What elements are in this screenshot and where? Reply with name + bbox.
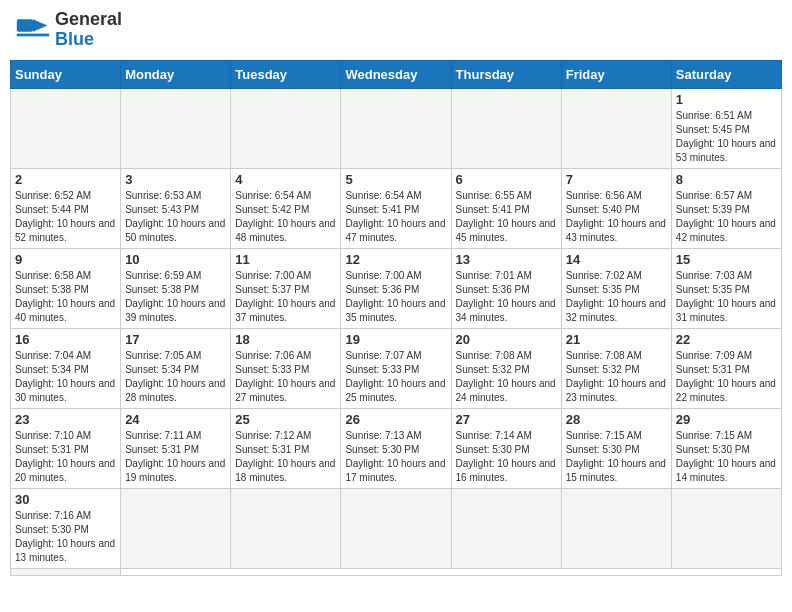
day-number: 14	[566, 252, 667, 267]
calendar-day: 22Sunrise: 7:09 AM Sunset: 5:31 PM Dayli…	[671, 328, 781, 408]
calendar-day: 2Sunrise: 6:52 AM Sunset: 5:44 PM Daylig…	[11, 168, 121, 248]
calendar-day: 8Sunrise: 6:57 AM Sunset: 5:39 PM Daylig…	[671, 168, 781, 248]
calendar-day: 16Sunrise: 7:04 AM Sunset: 5:34 PM Dayli…	[11, 328, 121, 408]
calendar-day	[121, 488, 231, 568]
calendar-day	[231, 88, 341, 168]
logo: GeneralBlue	[15, 10, 122, 50]
day-info: Sunrise: 7:04 AM Sunset: 5:34 PM Dayligh…	[15, 349, 116, 405]
day-number: 15	[676, 252, 777, 267]
day-number: 12	[345, 252, 446, 267]
calendar-day: 15Sunrise: 7:03 AM Sunset: 5:35 PM Dayli…	[671, 248, 781, 328]
day-info: Sunrise: 6:55 AM Sunset: 5:41 PM Dayligh…	[456, 189, 557, 245]
weekday-header: Thursday	[451, 60, 561, 88]
calendar-week-row: 2Sunrise: 6:52 AM Sunset: 5:44 PM Daylig…	[11, 168, 782, 248]
weekday-header: Saturday	[671, 60, 781, 88]
calendar-day: 6Sunrise: 6:55 AM Sunset: 5:41 PM Daylig…	[451, 168, 561, 248]
day-info: Sunrise: 7:08 AM Sunset: 5:32 PM Dayligh…	[566, 349, 667, 405]
day-info: Sunrise: 7:08 AM Sunset: 5:32 PM Dayligh…	[456, 349, 557, 405]
calendar-day: 19Sunrise: 7:07 AM Sunset: 5:33 PM Dayli…	[341, 328, 451, 408]
calendar-day: 20Sunrise: 7:08 AM Sunset: 5:32 PM Dayli…	[451, 328, 561, 408]
day-info: Sunrise: 6:52 AM Sunset: 5:44 PM Dayligh…	[15, 189, 116, 245]
calendar-week-row: 30Sunrise: 7:16 AM Sunset: 5:30 PM Dayli…	[11, 488, 782, 568]
calendar-week-row: 23Sunrise: 7:10 AM Sunset: 5:31 PM Dayli…	[11, 408, 782, 488]
svg-rect-0	[17, 19, 33, 32]
calendar-day: 28Sunrise: 7:15 AM Sunset: 5:30 PM Dayli…	[561, 408, 671, 488]
calendar-day: 9Sunrise: 6:58 AM Sunset: 5:38 PM Daylig…	[11, 248, 121, 328]
day-info: Sunrise: 6:59 AM Sunset: 5:38 PM Dayligh…	[125, 269, 226, 325]
calendar-day: 13Sunrise: 7:01 AM Sunset: 5:36 PM Dayli…	[451, 248, 561, 328]
day-info: Sunrise: 7:12 AM Sunset: 5:31 PM Dayligh…	[235, 429, 336, 485]
calendar-day: 14Sunrise: 7:02 AM Sunset: 5:35 PM Dayli…	[561, 248, 671, 328]
day-info: Sunrise: 7:06 AM Sunset: 5:33 PM Dayligh…	[235, 349, 336, 405]
day-number: 3	[125, 172, 226, 187]
calendar-day	[451, 488, 561, 568]
calendar-day: 17Sunrise: 7:05 AM Sunset: 5:34 PM Dayli…	[121, 328, 231, 408]
calendar-day: 21Sunrise: 7:08 AM Sunset: 5:32 PM Dayli…	[561, 328, 671, 408]
weekday-header: Sunday	[11, 60, 121, 88]
day-info: Sunrise: 7:05 AM Sunset: 5:34 PM Dayligh…	[125, 349, 226, 405]
day-info: Sunrise: 6:54 AM Sunset: 5:42 PM Dayligh…	[235, 189, 336, 245]
calendar-day: 25Sunrise: 7:12 AM Sunset: 5:31 PM Dayli…	[231, 408, 341, 488]
calendar-day: 12Sunrise: 7:00 AM Sunset: 5:36 PM Dayli…	[341, 248, 451, 328]
day-number: 27	[456, 412, 557, 427]
day-number: 16	[15, 332, 116, 347]
calendar-day	[11, 568, 121, 575]
calendar-day: 7Sunrise: 6:56 AM Sunset: 5:40 PM Daylig…	[561, 168, 671, 248]
weekday-header: Wednesday	[341, 60, 451, 88]
calendar-day	[11, 88, 121, 168]
day-number: 13	[456, 252, 557, 267]
calendar-day: 11Sunrise: 7:00 AM Sunset: 5:37 PM Dayli…	[231, 248, 341, 328]
calendar-day: 4Sunrise: 6:54 AM Sunset: 5:42 PM Daylig…	[231, 168, 341, 248]
day-number: 7	[566, 172, 667, 187]
calendar-day: 29Sunrise: 7:15 AM Sunset: 5:30 PM Dayli…	[671, 408, 781, 488]
day-number: 29	[676, 412, 777, 427]
day-number: 9	[15, 252, 116, 267]
calendar-day	[231, 488, 341, 568]
day-info: Sunrise: 7:14 AM Sunset: 5:30 PM Dayligh…	[456, 429, 557, 485]
day-info: Sunrise: 7:15 AM Sunset: 5:30 PM Dayligh…	[676, 429, 777, 485]
calendar-day: 30Sunrise: 7:16 AM Sunset: 5:30 PM Dayli…	[11, 488, 121, 568]
calendar-day: 5Sunrise: 6:54 AM Sunset: 5:41 PM Daylig…	[341, 168, 451, 248]
day-info: Sunrise: 7:11 AM Sunset: 5:31 PM Dayligh…	[125, 429, 226, 485]
calendar-day	[451, 88, 561, 168]
calendar-day: 27Sunrise: 7:14 AM Sunset: 5:30 PM Dayli…	[451, 408, 561, 488]
day-number: 5	[345, 172, 446, 187]
calendar-day	[671, 488, 781, 568]
day-info: Sunrise: 6:51 AM Sunset: 5:45 PM Dayligh…	[676, 109, 777, 165]
calendar-week-row: 9Sunrise: 6:58 AM Sunset: 5:38 PM Daylig…	[11, 248, 782, 328]
day-number: 19	[345, 332, 446, 347]
day-info: Sunrise: 7:10 AM Sunset: 5:31 PM Dayligh…	[15, 429, 116, 485]
calendar-day	[561, 488, 671, 568]
day-info: Sunrise: 6:53 AM Sunset: 5:43 PM Dayligh…	[125, 189, 226, 245]
calendar-day: 10Sunrise: 6:59 AM Sunset: 5:38 PM Dayli…	[121, 248, 231, 328]
svg-marker-1	[33, 19, 47, 32]
day-number: 11	[235, 252, 336, 267]
weekday-header: Monday	[121, 60, 231, 88]
day-number: 1	[676, 92, 777, 107]
day-number: 20	[456, 332, 557, 347]
day-number: 8	[676, 172, 777, 187]
calendar-day	[561, 88, 671, 168]
day-info: Sunrise: 7:16 AM Sunset: 5:30 PM Dayligh…	[15, 509, 116, 565]
day-number: 23	[15, 412, 116, 427]
day-number: 17	[125, 332, 226, 347]
day-info: Sunrise: 7:15 AM Sunset: 5:30 PM Dayligh…	[566, 429, 667, 485]
calendar: SundayMondayTuesdayWednesdayThursdayFrid…	[10, 60, 782, 576]
calendar-day: 24Sunrise: 7:11 AM Sunset: 5:31 PM Dayli…	[121, 408, 231, 488]
day-number: 28	[566, 412, 667, 427]
day-info: Sunrise: 7:09 AM Sunset: 5:31 PM Dayligh…	[676, 349, 777, 405]
weekday-header: Tuesday	[231, 60, 341, 88]
day-number: 24	[125, 412, 226, 427]
day-number: 10	[125, 252, 226, 267]
day-info: Sunrise: 6:56 AM Sunset: 5:40 PM Dayligh…	[566, 189, 667, 245]
day-number: 4	[235, 172, 336, 187]
weekday-header: Friday	[561, 60, 671, 88]
calendar-week-row: 1Sunrise: 6:51 AM Sunset: 5:45 PM Daylig…	[11, 88, 782, 168]
day-info: Sunrise: 7:00 AM Sunset: 5:37 PM Dayligh…	[235, 269, 336, 325]
logo-icon	[15, 12, 51, 48]
day-info: Sunrise: 7:00 AM Sunset: 5:36 PM Dayligh…	[345, 269, 446, 325]
calendar-day: 26Sunrise: 7:13 AM Sunset: 5:30 PM Dayli…	[341, 408, 451, 488]
calendar-day: 3Sunrise: 6:53 AM Sunset: 5:43 PM Daylig…	[121, 168, 231, 248]
day-number: 21	[566, 332, 667, 347]
calendar-day	[341, 88, 451, 168]
